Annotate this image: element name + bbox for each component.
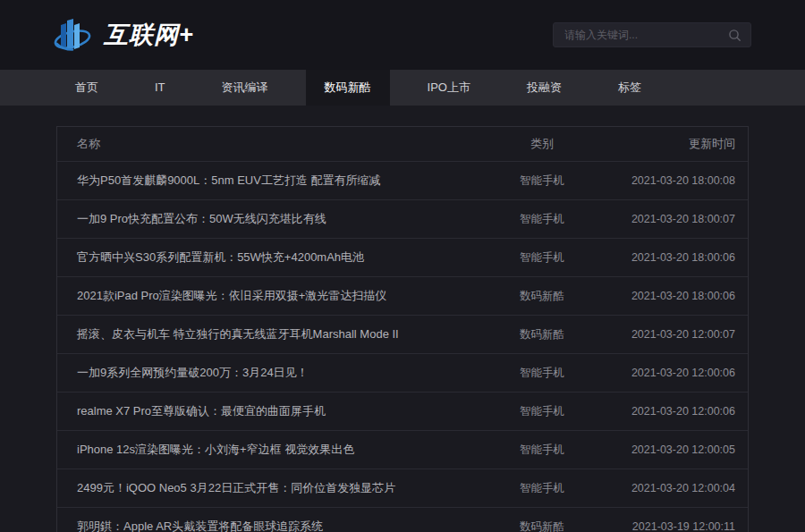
nav-tab-5[interactable]: 投融资 bbox=[508, 70, 580, 106]
row-updated-time: 2021-03-20 12:00:06 bbox=[605, 405, 748, 418]
nav-tabs-container: 首页IT资讯编译数码新酷IPO上市投融资标签 bbox=[56, 70, 749, 106]
table-row: 一加9 Pro快充配置公布：50W无线闪充堪比有线智能手机2021-03-20 … bbox=[57, 199, 748, 238]
row-title-link[interactable]: 华为P50首发麒麟9000L：5nm EUV工艺打造 配置有所缩减 bbox=[57, 173, 479, 189]
main-content: 名称 类别 更新时间 华为P50首发麒麟9000L：5nm EUV工艺打造 配置… bbox=[56, 126, 749, 532]
row-title-link[interactable]: 2021款iPad Pro渲染图曝光：依旧采用双摄+激光雷达扫描仪 bbox=[57, 288, 479, 304]
column-header-category: 类别 bbox=[479, 136, 605, 152]
row-updated-time: 2021-03-20 18:00:07 bbox=[605, 213, 748, 225]
nav-tab-0[interactable]: 首页 bbox=[56, 70, 117, 106]
nav-tab-2[interactable]: 资讯编译 bbox=[203, 70, 287, 106]
table-row: 一加9系列全网预约量破200万：3月24日见！智能手机2021-03-20 12… bbox=[57, 353, 748, 392]
site-logo[interactable]: 互联网+ bbox=[54, 14, 199, 55]
row-title-link[interactable]: 2499元！iQOO Neo5 3月22日正式开售：同价位首发独显芯片 bbox=[57, 480, 479, 496]
nav-tab-1[interactable]: IT bbox=[136, 70, 184, 106]
row-updated-time: 2021-03-19 12:00:11 bbox=[605, 520, 748, 532]
table-row: 华为P50首发麒麟9000L：5nm EUV工艺打造 配置有所缩减智能手机202… bbox=[57, 161, 748, 199]
row-category: 智能手机 bbox=[479, 443, 605, 458]
search-button[interactable] bbox=[726, 27, 743, 44]
column-header-name: 名称 bbox=[57, 136, 479, 152]
nav-tab-4[interactable]: IPO上市 bbox=[409, 70, 489, 106]
row-category: 智能手机 bbox=[479, 173, 605, 189]
buildings-orbit-logo-icon bbox=[54, 14, 91, 55]
row-updated-time: 2021-03-20 18:00:06 bbox=[605, 251, 748, 264]
row-category: 智能手机 bbox=[479, 404, 605, 419]
row-category: 智能手机 bbox=[479, 250, 605, 266]
nav-tab-3[interactable]: 数码新酷 bbox=[306, 70, 390, 106]
column-header-updated: 更新时间 bbox=[605, 136, 748, 152]
news-table-body: 华为P50首发麒麟9000L：5nm EUV工艺打造 配置有所缩减智能手机202… bbox=[57, 161, 748, 532]
row-category: 智能手机 bbox=[479, 212, 605, 227]
table-row: 摇滚、皮衣与机车 特立独行的真无线蓝牙耳机Marshall Mode II数码新… bbox=[57, 315, 748, 353]
row-updated-time: 2021-03-20 18:00:08 bbox=[605, 174, 748, 187]
table-header-row: 名称 类别 更新时间 bbox=[57, 127, 748, 161]
site-header: 互联网+ bbox=[0, 0, 805, 70]
row-category: 智能手机 bbox=[479, 481, 605, 496]
row-title-link[interactable]: 摇滚、皮衣与机车 特立独行的真无线蓝牙耳机Marshall Mode II bbox=[57, 326, 479, 342]
row-category: 智能手机 bbox=[479, 366, 605, 381]
table-row: 2499元！iQOO Neo5 3月22日正式开售：同价位首发独显芯片智能手机2… bbox=[57, 469, 748, 507]
table-row: 官方晒中兴S30系列配置新机：55W快充+4200mAh电池智能手机2021-0… bbox=[57, 238, 748, 276]
search-box bbox=[553, 22, 751, 47]
row-category: 数码新酷 bbox=[479, 519, 605, 532]
nav-tab-6[interactable]: 标签 bbox=[599, 70, 660, 106]
row-title-link[interactable]: 郭明錤：Apple AR头戴装置将配备眼球追踪系统 bbox=[57, 519, 479, 532]
table-row: 2021款iPad Pro渲染图曝光：依旧采用双摄+激光雷达扫描仪数码新酷202… bbox=[57, 276, 748, 315]
row-title-link[interactable]: 官方晒中兴S30系列配置新机：55W快充+4200mAh电池 bbox=[57, 249, 479, 266]
search-input[interactable] bbox=[564, 29, 726, 41]
row-updated-time: 2021-03-20 12:00:07 bbox=[605, 328, 748, 341]
row-title-link[interactable]: 一加9系列全网预约量破200万：3月24日见！ bbox=[57, 365, 479, 381]
row-title-link[interactable]: 一加9 Pro快充配置公布：50W无线闪充堪比有线 bbox=[57, 211, 479, 227]
row-title-link[interactable]: realme X7 Pro至尊版确认：最便宜的曲面屏手机 bbox=[57, 403, 479, 419]
row-title-link[interactable]: iPhone 12s渲染图曝光：小刘海+窄边框 视觉效果出色 bbox=[57, 442, 479, 458]
row-updated-time: 2021-03-20 12:00:04 bbox=[605, 482, 748, 494]
main-nav: 首页IT资讯编译数码新酷IPO上市投融资标签 bbox=[0, 70, 805, 106]
table-row: realme X7 Pro至尊版确认：最便宜的曲面屏手机智能手机2021-03-… bbox=[57, 392, 748, 430]
search-icon bbox=[728, 29, 741, 42]
row-category: 数码新酷 bbox=[479, 327, 605, 342]
row-updated-time: 2021-03-20 18:00:06 bbox=[605, 290, 748, 302]
site-title: 互联网+ bbox=[104, 19, 199, 51]
news-table: 名称 类别 更新时间 华为P50首发麒麟9000L：5nm EUV工艺打造 配置… bbox=[56, 126, 749, 532]
row-updated-time: 2021-03-20 12:00:05 bbox=[605, 443, 748, 456]
table-row: 郭明錤：Apple AR头戴装置将配备眼球追踪系统数码新酷2021-03-19 … bbox=[57, 507, 748, 532]
row-updated-time: 2021-03-20 12:00:06 bbox=[605, 367, 748, 379]
table-row: iPhone 12s渲染图曝光：小刘海+窄边框 视觉效果出色智能手机2021-0… bbox=[57, 430, 748, 469]
row-category: 数码新酷 bbox=[479, 289, 605, 304]
